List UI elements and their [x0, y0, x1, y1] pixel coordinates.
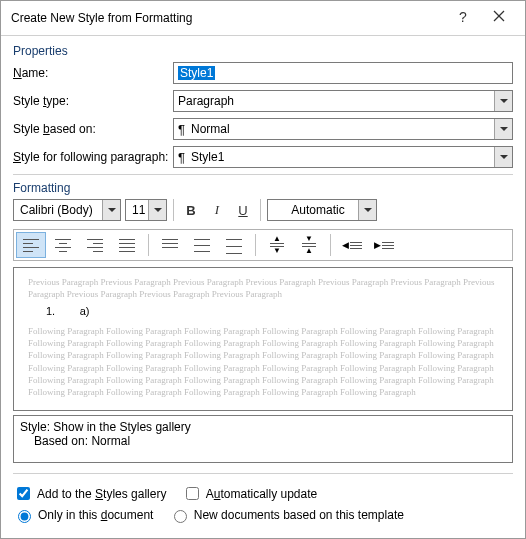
- chevron-down-icon: [148, 200, 166, 220]
- space-before-increase-button[interactable]: ▲▼: [262, 232, 292, 258]
- font-select[interactable]: Calibri (Body): [13, 199, 121, 221]
- font-color-select[interactable]: Automatic: [267, 199, 377, 221]
- section-formatting-label: Formatting: [13, 181, 513, 195]
- style-type-select[interactable]: Paragraph: [173, 90, 513, 112]
- help-button[interactable]: ?: [445, 7, 481, 29]
- underline-button[interactable]: U: [232, 199, 254, 221]
- auto-update-checkbox[interactable]: Automatically update: [182, 484, 317, 503]
- style-type-label: Style type:: [13, 94, 173, 108]
- following-label: Style for following paragraph:: [13, 150, 173, 164]
- pilcrow-icon: ¶: [178, 122, 185, 137]
- dialog-title: Create New Style from Formatting: [11, 11, 445, 25]
- italic-button[interactable]: I: [206, 199, 228, 221]
- chevron-down-icon: [494, 147, 512, 167]
- dialog-create-style: Create New Style from Formatting ? Prope…: [0, 0, 526, 539]
- pilcrow-icon: ¶: [178, 150, 185, 165]
- preview-sample-text: 1. a): [46, 304, 498, 319]
- based-on-select[interactable]: ¶ Normal: [173, 118, 513, 140]
- line-spacing-tight-button[interactable]: [155, 232, 185, 258]
- chevron-down-icon: [358, 200, 376, 220]
- close-button[interactable]: [481, 7, 517, 29]
- following-select[interactable]: ¶ Style1: [173, 146, 513, 168]
- increase-indent-button[interactable]: ▶: [369, 232, 399, 258]
- name-label: Name:: [13, 66, 173, 80]
- paragraph-toolbar: ▲▼ ▼▲ ◀ ▶: [13, 229, 513, 261]
- line-spacing-normal-button[interactable]: [187, 232, 217, 258]
- align-right-button[interactable]: [80, 232, 110, 258]
- preview-previous-text: Previous Paragraph Previous Paragraph Pr…: [28, 276, 498, 300]
- line-spacing-loose-button[interactable]: [219, 232, 249, 258]
- based-on-label: Style based on:: [13, 122, 173, 136]
- only-this-document-radio[interactable]: Only in this document: [13, 507, 153, 523]
- align-center-button[interactable]: [48, 232, 78, 258]
- style-description: Style: Show in the Styles gallery Based …: [13, 415, 513, 463]
- chevron-down-icon: [494, 91, 512, 111]
- add-to-gallery-checkbox[interactable]: Add to the Styles gallery: [13, 484, 166, 503]
- name-input[interactable]: Style1: [173, 62, 513, 84]
- chevron-down-icon: [102, 200, 120, 220]
- bold-button[interactable]: B: [180, 199, 202, 221]
- align-left-button[interactable]: [16, 232, 46, 258]
- preview-following-text: Following Paragraph Following Paragraph …: [28, 325, 498, 398]
- close-icon: [493, 10, 505, 22]
- preview-pane: Previous Paragraph Previous Paragraph Pr…: [13, 267, 513, 411]
- font-size-select[interactable]: 11: [125, 199, 167, 221]
- new-documents-radio[interactable]: New documents based on this template: [169, 507, 404, 523]
- space-before-decrease-button[interactable]: ▼▲: [294, 232, 324, 258]
- chevron-down-icon: [494, 119, 512, 139]
- decrease-indent-button[interactable]: ◀: [337, 232, 367, 258]
- align-justify-button[interactable]: [112, 232, 142, 258]
- titlebar: Create New Style from Formatting ?: [1, 1, 525, 36]
- section-properties-label: Properties: [13, 44, 513, 58]
